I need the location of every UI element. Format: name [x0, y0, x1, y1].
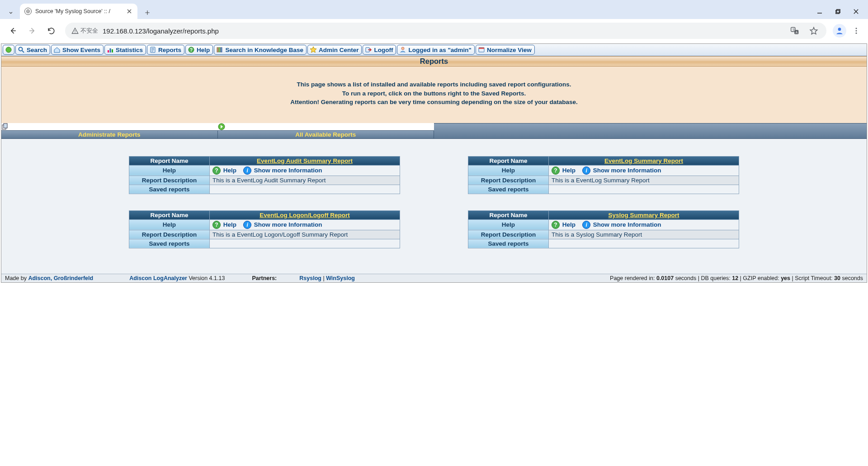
help-label: Help: [468, 219, 549, 230]
footer-partners: Partners:: [252, 275, 277, 281]
window-close-button[interactable]: [852, 7, 860, 15]
menu-help-label: Help: [197, 47, 210, 53]
info-icon: i: [243, 221, 251, 229]
svg-rect-15: [110, 48, 111, 52]
profile-button[interactable]: [833, 24, 846, 38]
arrow-right-green-icon: [218, 123, 434, 130]
tab-search-dropdown[interactable]: [5, 6, 17, 19]
menu-reports-label: Reports: [158, 47, 181, 53]
menu-search[interactable]: Search: [15, 45, 50, 55]
kebab-icon: [852, 27, 860, 35]
footer-winsyslog-link[interactable]: WinSyslog: [326, 275, 355, 281]
window-controls: [816, 4, 868, 19]
footer: Made by Adiscon, Großrinderfeld Adiscon …: [1, 274, 867, 282]
help-icon: ?: [212, 221, 221, 229]
new-tab-button[interactable]: [141, 6, 154, 19]
report-name-header: Report Name: [468, 210, 549, 219]
report-title-link[interactable]: EventLog Audit Summary Report: [257, 157, 353, 164]
app-container: Search Show Events Statistics Reports ? …: [1, 43, 867, 283]
bookmark-button[interactable]: [807, 24, 820, 37]
help-label: Help: [468, 165, 549, 176]
svg-rect-16: [112, 49, 113, 52]
tab-strip: Source 'My Syslog Source' :: /: [0, 0, 868, 19]
chart-icon: [107, 46, 114, 53]
warning-triangle-icon: [71, 27, 79, 34]
report-card: Report Name EventLog Logon/Logoff Report…: [129, 210, 400, 248]
svg-point-13: [19, 48, 23, 51]
saved-reports-label: Saved reports: [468, 185, 549, 194]
home-icon: [53, 46, 61, 53]
reload-button[interactable]: [43, 23, 59, 38]
menu-logoff[interactable]: Logoff: [363, 45, 396, 55]
menu-reports[interactable]: Reports: [147, 45, 184, 55]
browser-tab[interactable]: Source 'My Syslog Source' :: /: [20, 4, 137, 19]
help-link[interactable]: Help: [562, 166, 576, 173]
report-title-link[interactable]: EventLog Logon/Logoff Report: [259, 212, 349, 219]
help-icon: ?: [552, 221, 560, 229]
report-card: Report Name EventLog Audit Summary Repor…: [129, 156, 400, 194]
person-icon: [835, 26, 844, 35]
svg-rect-28: [4, 124, 7, 128]
books-icon: [216, 46, 223, 53]
browser-toolbar: 不安全 192.168.0.123/loganalyzer/reports.ph…: [0, 19, 868, 43]
translate-button[interactable]: 文A: [788, 24, 801, 37]
site-security-badge[interactable]: 不安全: [71, 27, 98, 35]
footer-product-link[interactable]: Adiscon LogAnalyzer: [129, 275, 187, 281]
reports-area: Report Name EventLog Audit Summary Repor…: [1, 139, 867, 274]
info-icon: i: [582, 166, 590, 175]
svg-rect-1: [835, 10, 839, 13]
help-link[interactable]: Help: [223, 166, 236, 173]
description-label: Report Description: [468, 230, 549, 239]
back-button[interactable]: [5, 23, 21, 38]
svg-rect-26: [479, 48, 484, 49]
home-button[interactable]: [3, 45, 14, 55]
help-icon: ?: [552, 166, 560, 175]
saved-reports-label: Saved reports: [129, 185, 210, 194]
window-maximize-button[interactable]: [834, 7, 842, 15]
menu-show-events-label: Show Events: [62, 47, 100, 53]
svg-text:文: 文: [792, 28, 795, 31]
chrome-menu-button[interactable]: [850, 24, 863, 37]
help-icon: ?: [212, 166, 221, 175]
menu-statistics[interactable]: Statistics: [104, 45, 146, 55]
more-info-link[interactable]: Show more Information: [254, 166, 322, 173]
chevron-down-icon: [8, 10, 14, 16]
menu-help[interactable]: ? Help: [185, 45, 213, 55]
subtab-all-reports[interactable]: All Available Reports: [218, 130, 434, 139]
footer-adiscon-link[interactable]: Adiscon, Großrinderfeld: [28, 275, 93, 281]
more-info-link[interactable]: Show more Information: [593, 221, 661, 228]
tab-close-button[interactable]: [126, 8, 133, 15]
footer-rsyslog-link[interactable]: Rsyslog: [299, 275, 321, 281]
description-label: Report Description: [129, 176, 210, 185]
help-link[interactable]: Help: [223, 221, 236, 228]
reload-icon: [47, 27, 56, 35]
subtab-admin-reports[interactable]: Administrate Reports: [1, 130, 218, 139]
plus-icon: [144, 10, 151, 16]
star-icon: [809, 26, 818, 35]
menu-knowledge-base[interactable]: Search in Knowledge Base: [214, 45, 307, 55]
report-title-link[interactable]: Syslog Summary Report: [609, 212, 679, 219]
subtab-admin-label: Administrate Reports: [78, 131, 140, 138]
maximize-icon: [835, 9, 841, 14]
help-link[interactable]: Help: [562, 221, 576, 228]
more-info-link[interactable]: Show more Information: [254, 221, 322, 228]
report-title-link[interactable]: EventLog Summary Report: [604, 157, 683, 164]
info-icon: i: [582, 221, 590, 229]
svg-point-9: [856, 28, 857, 29]
menu-admin-label: Admin Center: [319, 47, 359, 53]
more-info-link[interactable]: Show more Information: [593, 166, 661, 173]
report-description: This is a Syslog Summary Report: [549, 230, 739, 239]
menu-statistics-label: Statistics: [116, 47, 143, 53]
address-bar[interactable]: 不安全 192.168.0.123/loganalyzer/reports.ph…: [65, 23, 826, 39]
saved-reports-cell: [549, 239, 739, 248]
menu-kb-label: Search in Knowledge Base: [225, 47, 303, 53]
menu-admin-center[interactable]: Admin Center: [307, 45, 362, 55]
footer-stats: Page rendered in: 0.0107 seconds | DB qu…: [610, 275, 863, 281]
menu-normalize-view[interactable]: Normalize View: [476, 45, 535, 55]
forward-button[interactable]: [24, 23, 40, 38]
close-icon: [853, 9, 859, 14]
close-icon: [127, 9, 132, 14]
window-minimize-button[interactable]: [816, 7, 824, 15]
menu-logged-in[interactable]: Logged in as "admin": [397, 45, 475, 55]
menu-show-events[interactable]: Show Events: [51, 45, 104, 55]
